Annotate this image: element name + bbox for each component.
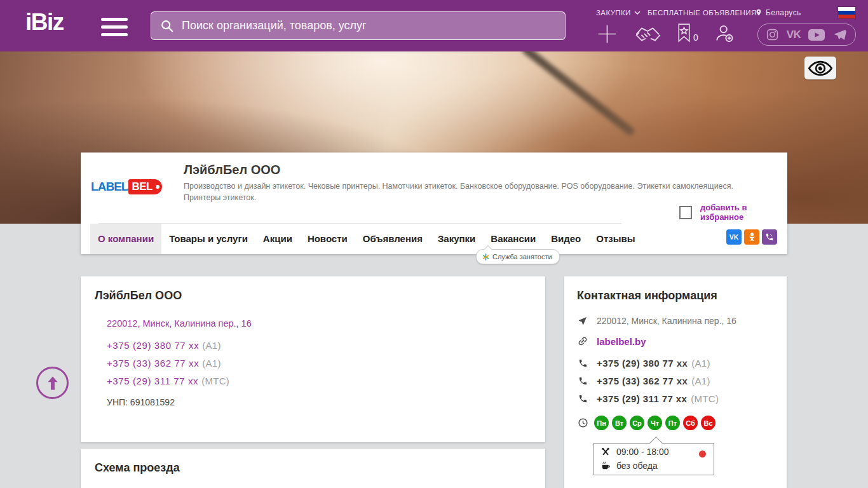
day-badge-mon[interactable]: Пн xyxy=(594,416,609,430)
favorite-label: добавить в избранное xyxy=(700,203,787,222)
menu-icon[interactable] xyxy=(101,18,128,36)
tab-about[interactable]: О компании xyxy=(90,224,161,254)
scroll-top-button[interactable] xyxy=(36,367,69,399)
about-card-title: ЛэйблБел ООО xyxy=(95,289,182,302)
website-link[interactable]: labelbel.by xyxy=(597,336,646,347)
work-days-row: Пн Вт Ср Чт Пт Сб Вс xyxy=(577,416,715,430)
phone-icon xyxy=(578,394,588,403)
partnership-button[interactable] xyxy=(634,25,662,44)
status-dot xyxy=(699,451,706,458)
vacancy-tooltip: Служба занятости xyxy=(476,249,560,264)
contact-phone-row: +375 (33) 362 77 xx (А1) xyxy=(577,376,710,386)
map-card: Схема проезда xyxy=(81,449,545,488)
phone-icon xyxy=(578,358,588,368)
navigation-arrow-icon xyxy=(578,316,588,326)
schedule-lunch-row: без обеда xyxy=(600,461,658,471)
company-header-card: LABELBEL ЛэйблБел ООО Производство и диз… xyxy=(81,152,787,254)
search-bar xyxy=(151,11,566,40)
search-input[interactable] xyxy=(180,18,556,33)
person-add-icon xyxy=(714,24,735,43)
day-badge-wed[interactable]: Ср xyxy=(630,416,644,430)
tab-reviews[interactable]: Отзывы xyxy=(588,224,642,254)
company-logo: LABELBEL xyxy=(91,159,162,215)
unp-number: УНП: 691081592 xyxy=(107,397,175,407)
header-social-links: VK xyxy=(757,24,856,46)
tab-news[interactable]: Новости xyxy=(300,224,355,254)
phone-row: +375 (29) 380 77 xx(А1) xyxy=(107,340,221,351)
day-badge-thu[interactable]: Чт xyxy=(648,416,662,430)
company-description: Производство и дизайн этикеток. Чековые … xyxy=(184,180,759,203)
accessibility-eye-button[interactable] xyxy=(804,57,836,79)
carrier-label: (МТС) xyxy=(201,376,229,386)
phone-row: +375 (29) 311 77 xx(МТС) xyxy=(107,376,229,386)
website-row: labelbel.by xyxy=(577,336,646,347)
phone-icon xyxy=(578,376,588,386)
day-badge-sun[interactable]: Вс xyxy=(701,416,715,430)
chevron-down-icon xyxy=(634,11,641,15)
clock-icon xyxy=(578,417,588,428)
day-badges: Пн Вт Ср Чт Пт Сб Вс xyxy=(594,416,715,430)
phone-row: +375 (33) 362 77 xx(А1) xyxy=(107,358,221,369)
carrier-label: (А1) xyxy=(691,358,710,369)
logo-word-label: LABEL xyxy=(91,180,128,194)
odnoklassniki-share-icon[interactable] xyxy=(744,229,759,245)
tab-promos[interactable]: Акции xyxy=(255,224,300,254)
bookmark-star-icon xyxy=(676,23,692,43)
instagram-icon[interactable] xyxy=(766,28,779,41)
viber-icon[interactable] xyxy=(762,229,777,245)
employment-service-icon xyxy=(482,254,489,261)
map-card-title: Схема проезда xyxy=(95,461,180,475)
contact-phone[interactable]: +375 (33) 362 77 xx xyxy=(597,376,688,386)
site-logo[interactable]: iBiz xyxy=(25,9,64,36)
add-to-favorites[interactable]: добавить в избранное xyxy=(679,203,787,222)
contact-phone[interactable]: +375 (29) 380 77 xx xyxy=(597,358,688,369)
nav-zakupki[interactable]: ЗАКУПКИ xyxy=(596,9,641,17)
nav-country[interactable]: Беларусь xyxy=(755,8,801,17)
plus-icon xyxy=(595,22,619,46)
tab-purchases[interactable]: Закупки xyxy=(430,224,483,254)
day-badge-sat[interactable]: Сб xyxy=(683,416,698,430)
telegram-icon[interactable] xyxy=(832,28,848,41)
bookmarks-count: 0 xyxy=(693,32,698,43)
day-badge-tue[interactable]: Вт xyxy=(612,416,627,430)
phone-link[interactable]: +375 (29) 311 77 xx xyxy=(107,376,198,386)
tab-ads[interactable]: Объявления xyxy=(355,224,430,254)
signup-button[interactable] xyxy=(714,24,735,43)
company-name: ЛэйблБел ООО xyxy=(184,163,280,177)
youtube-icon[interactable] xyxy=(808,29,825,41)
vk-icon[interactable]: VK xyxy=(787,29,801,41)
page: iBiz ЗАКУПКИ БЕСПЛАТНЫЕ ОБЪЯВЛЕНИЯ Белар… xyxy=(0,0,868,488)
company-address-link[interactable]: 220012, Минск, Калинина пер., 16 xyxy=(107,318,252,329)
vacancy-tooltip-label: Служба занятости xyxy=(492,253,552,261)
logo-word-bel: BEL xyxy=(128,179,162,194)
contact-address: 220012, Минск, Калинина пер., 16 xyxy=(597,316,736,326)
favorite-checkbox[interactable] xyxy=(679,206,692,219)
search-icon xyxy=(160,19,174,33)
contact-card: Контактная информация 220012, Минск, Кал… xyxy=(564,276,787,488)
flag-russia-icon[interactable] xyxy=(838,7,855,18)
add-company-button[interactable] xyxy=(595,22,619,46)
eye-icon xyxy=(808,60,832,76)
contact-address-row: 220012, Минск, Калинина пер., 16 xyxy=(577,316,736,326)
tools-icon xyxy=(600,447,611,457)
about-card: ЛэйблБел ООО 220012, Минск, Калинина пер… xyxy=(81,276,545,442)
schedule-hours: 09:00 - 18:00 xyxy=(616,447,669,457)
company-social-links: VK xyxy=(726,229,777,245)
schedule-hours-row: 09:00 - 18:00 xyxy=(600,447,669,457)
company-tabs: О компании Товары и услуги Акции Новости… xyxy=(90,224,643,254)
phone-link[interactable]: +375 (29) 380 77 xx xyxy=(107,340,199,351)
carrier-label: (А1) xyxy=(202,340,221,351)
handshake-icon xyxy=(634,25,662,44)
contact-phone-row: +375 (29) 380 77 xx (А1) xyxy=(577,358,710,369)
phone-link[interactable]: +375 (33) 362 77 xx xyxy=(107,358,199,369)
link-icon xyxy=(574,333,590,349)
contact-phone[interactable]: +375 (29) 311 77 xx xyxy=(597,393,687,404)
vk-share-icon[interactable]: VK xyxy=(726,229,742,245)
tab-products[interactable]: Товары и услуги xyxy=(161,224,255,254)
bookmarks-button[interactable]: 0 xyxy=(676,23,698,43)
carrier-label: (А1) xyxy=(202,358,221,369)
nav-free-ads[interactable]: БЕСПЛАТНЫЕ ОБЪЯВЛЕНИЯ xyxy=(648,9,757,17)
nav-zakupki-label: ЗАКУПКИ xyxy=(596,9,631,17)
pen-decoration xyxy=(520,51,635,137)
day-badge-fri[interactable]: Пт xyxy=(665,416,680,430)
